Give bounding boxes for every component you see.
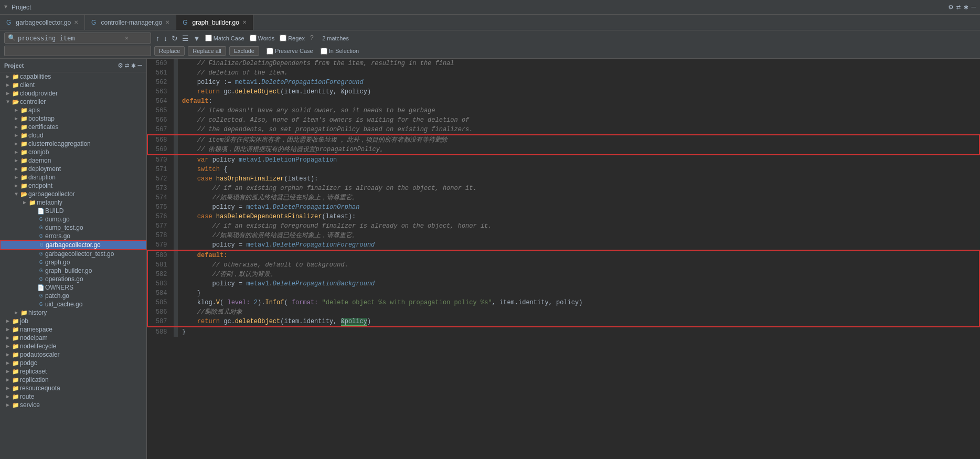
line-content[interactable]: default: [178, 97, 979, 106]
search-input[interactable] [18, 35, 123, 42]
regex-checkbox[interactable] [280, 35, 286, 41]
sidebar-split-icon[interactable]: ⇄ [125, 61, 129, 70]
line-content[interactable]: policy = metav1.DeletePropagationBackgro… [178, 279, 979, 289]
tree-item-garbagecollector-go[interactable]: G garbagecollector.go [0, 240, 146, 250]
tree-item[interactable]: ▶ 📁 certificates [0, 123, 146, 131]
line-content[interactable]: // FinalizerDeletingDependents from the … [178, 59, 979, 68]
tree-item[interactable]: 📄 OWNERS [0, 283, 146, 292]
split-icon[interactable]: ⇄ [956, 3, 961, 12]
tree-item[interactable]: ▶ 📁 disruption [0, 173, 146, 182]
tree-item[interactable]: G graph.go [0, 258, 146, 266]
line-content[interactable]: //删除孤儿对象 [178, 307, 979, 317]
search-prev-btn[interactable]: ↑ [154, 34, 161, 43]
tree-item[interactable]: ▶ 📁 namespace [0, 325, 146, 334]
minimize-icon[interactable]: — [972, 3, 976, 12]
tab-garbagecollector[interactable]: G garbagecollector.go ✕ [0, 15, 85, 30]
tree-item-replication[interactable]: ▶ 📁 replication [0, 376, 146, 384]
replace-input[interactable] [8, 47, 123, 55]
settings-icon[interactable]: ⚙ [949, 3, 953, 12]
project-arrow[interactable]: ▼ [4, 4, 7, 10]
tree-item[interactable]: G dump_test.go [0, 223, 146, 232]
preserve-case-checkbox[interactable] [267, 48, 273, 55]
tree-item[interactable]: G garbagecollector_test.go [0, 250, 146, 258]
tree-item-service[interactable]: ▶ 📁 service [0, 401, 146, 409]
line-content[interactable]: // if an existing foreground finalizer i… [178, 221, 979, 231]
tab-graph-builder[interactable]: G graph_builder.go ✕ [176, 15, 253, 30]
line-content[interactable]: //如果现有的前景终结器已经在对象上，请尊重它。 [178, 231, 979, 240]
tree-item[interactable]: ▶ 📁 metaonly [0, 198, 146, 207]
tree-item[interactable]: ▶ 📁 client [0, 81, 146, 89]
tree-item[interactable]: G uid_cache.go [0, 300, 146, 308]
tree-item-patch-go[interactable]: G patch.go [0, 292, 146, 300]
line-content[interactable]: // if an existing orphan finalizer is al… [178, 184, 979, 193]
tree-item[interactable]: ▶ 📁 cronjob [0, 148, 146, 156]
tree-item[interactable]: ▶ 📁 bootstrap [0, 114, 146, 123]
tree-item[interactable]: G operations.go [0, 275, 146, 283]
search-next-btn[interactable]: ↓ [162, 34, 169, 43]
match-case-checkbox[interactable] [205, 35, 212, 41]
words-checkbox[interactable] [250, 35, 257, 41]
line-content[interactable]: // the dependents, so set propagationPol… [178, 125, 979, 135]
line-content[interactable]: // item doesn't have any solid owner, so… [178, 106, 979, 115]
code-editor[interactable]: 560 // FinalizerDeletingDependents from … [147, 59, 980, 459]
search-context-btn[interactable]: ☰ [180, 34, 190, 43]
line-content[interactable]: } [178, 327, 979, 337]
words-option[interactable]: Words [250, 35, 275, 41]
preserve-case-option[interactable]: Preserve Case [267, 48, 313, 55]
tree-item[interactable]: G graph_builder.go [0, 266, 146, 275]
tab-close-gb[interactable]: ✕ [242, 19, 247, 25]
tree-item[interactable]: ▼ 📂 garbagecollector [0, 190, 146, 198]
sidebar-min-icon[interactable]: — [138, 61, 142, 70]
tree-item[interactable]: 📄 BUILD [0, 207, 146, 215]
search-input-wrap[interactable]: 🔍 ✕ [4, 33, 151, 44]
match-case-option[interactable]: Match Case [205, 35, 244, 41]
line-content[interactable]: // deletion of the item. [178, 68, 979, 78]
line-content[interactable]: klog.V( level: 2).Infof( format: "delete… [178, 298, 979, 307]
tree-item[interactable]: G errors.go [0, 232, 146, 240]
regex-option[interactable]: Regex [280, 35, 305, 41]
tree-item[interactable]: ▶ 📁 cloudprovider [0, 89, 146, 98]
line-content[interactable]: // item没有任何实体所有者，因此需要收集垃圾 。此外，项目的所有者都没有等… [178, 135, 979, 145]
regex-help-icon[interactable]: ? [310, 35, 314, 42]
search-refresh-btn[interactable]: ↻ [170, 34, 179, 43]
line-content[interactable]: } [178, 289, 979, 298]
tree-item[interactable]: ▶ 📁 podgc [0, 359, 146, 367]
tree-item[interactable]: ▶ 📁 nodeipam [0, 334, 146, 342]
sidebar-settings-icon[interactable]: ⚙ [118, 61, 122, 70]
tree-item[interactable]: G dump.go [0, 215, 146, 223]
line-content[interactable]: policy = metav1.DeletePropagationOrphan [178, 202, 979, 212]
tree-item[interactable]: ▶ 📁 cloud [0, 131, 146, 140]
tree-item-job[interactable]: ▶ 📁 job [0, 317, 146, 325]
tree-item[interactable]: ▼ 📂 controller [0, 98, 146, 106]
tree-item[interactable]: ▶ 📁 podautoscaler [0, 350, 146, 359]
search-clear-icon[interactable]: ✕ [125, 35, 129, 41]
line-content[interactable]: return gc.deleteObject(item.identity, &p… [178, 317, 979, 327]
tree-item[interactable]: ▶ 📁 route [0, 392, 146, 401]
replace-all-button[interactable]: Replace all [188, 46, 226, 56]
tree-item[interactable]: ▶ 📁 apis [0, 106, 146, 114]
tree-item[interactable]: ▶ 📁 deployment [0, 165, 146, 173]
line-content[interactable]: policy := metav1.DeletePropagationForegr… [178, 78, 979, 87]
line-content[interactable]: policy = metav1.DeletePropagationForegro… [178, 240, 979, 250]
tree-item[interactable]: ▶ 📁 daemon [0, 156, 146, 165]
tab-controller-manager[interactable]: G controller-manager.go ✕ [85, 15, 176, 30]
tree-item[interactable]: ▶ 📁 capabilities [0, 72, 146, 81]
line-content[interactable]: switch { [178, 165, 979, 174]
line-content[interactable]: // otherwise, default to background. [178, 260, 979, 270]
replace-input-wrap[interactable] [4, 46, 151, 56]
tree-item[interactable]: ▶ 📁 replicaset [0, 367, 146, 376]
line-content[interactable]: // 依赖项，因此请根据现有的终结器设置propagationPolicy。 [178, 145, 979, 155]
line-content[interactable]: default: [178, 250, 979, 260]
tree-item-history[interactable]: ▶ 📁 history [0, 308, 146, 317]
in-selection-checkbox[interactable] [321, 48, 327, 55]
tree-item[interactable]: ▶ 📁 endpoint [0, 182, 146, 190]
tab-close-gc[interactable]: ✕ [74, 19, 78, 25]
line-content[interactable]: case hasDeleteDependentsFinalizer(latest… [178, 212, 979, 221]
line-content[interactable]: case hasOrphanFinalizer(latest): [178, 174, 979, 184]
exclude-button[interactable]: Exclude [229, 46, 259, 56]
line-content[interactable]: // collected. Also, none of item's owner… [178, 115, 979, 125]
tree-item[interactable]: ▶ 📁 clusterroleaggregation [0, 140, 146, 148]
tab-close-cm[interactable]: ✕ [165, 19, 169, 25]
line-content[interactable]: var policy metav1.DeletionPropagation [178, 155, 979, 165]
gear-icon[interactable]: ✱ [964, 3, 968, 12]
